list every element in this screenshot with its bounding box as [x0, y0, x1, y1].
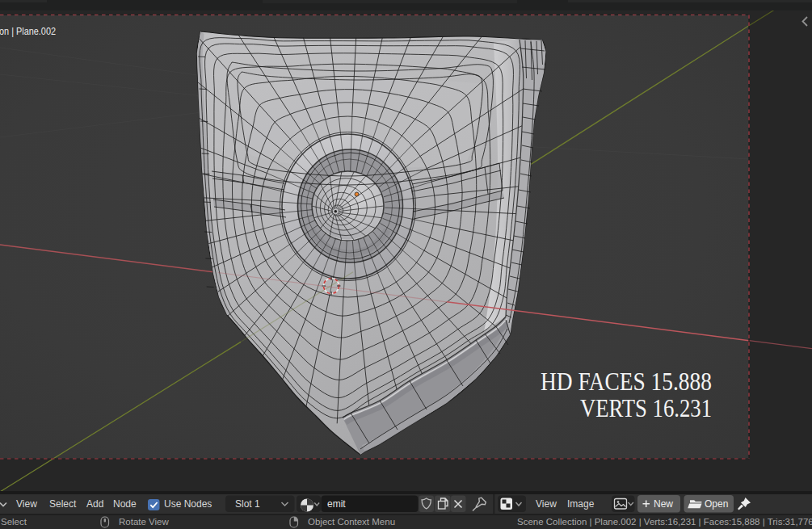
- svg-text:HD FACES 15.888: HD FACES 15.888: [541, 368, 712, 396]
- svg-text:VERTS 16.231: VERTS 16.231: [580, 395, 712, 422]
- svg-text:on | Plane.002: on | Plane.002: [0, 26, 56, 37]
